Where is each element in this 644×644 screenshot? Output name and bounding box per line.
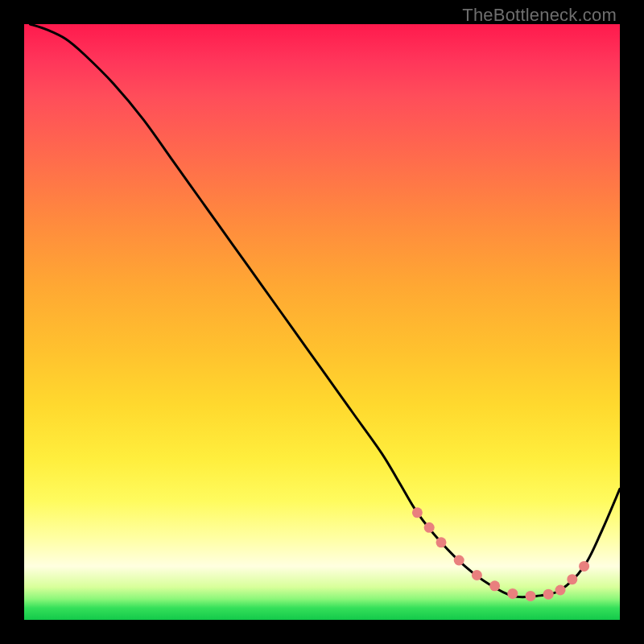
highlight-dot bbox=[526, 591, 536, 601]
highlight-dot bbox=[543, 589, 554, 600]
highlight-dot bbox=[436, 537, 447, 547]
highlight-dot bbox=[454, 555, 464, 566]
highlight-dots bbox=[412, 507, 589, 601]
highlight-dot bbox=[412, 507, 423, 518]
highlight-dot bbox=[424, 522, 435, 533]
highlight-dot bbox=[507, 588, 518, 599]
bottleneck-curve-path bbox=[30, 24, 620, 597]
highlight-dot bbox=[567, 574, 577, 584]
highlight-dot bbox=[579, 561, 589, 572]
attribution-text: TheBottleneck.com bbox=[462, 5, 617, 26]
highlight-dot bbox=[472, 570, 482, 580]
highlight-dot bbox=[489, 580, 500, 591]
highlight-dot bbox=[555, 585, 566, 596]
chart-frame bbox=[24, 24, 620, 620]
bottleneck-curve-svg bbox=[24, 24, 620, 620]
